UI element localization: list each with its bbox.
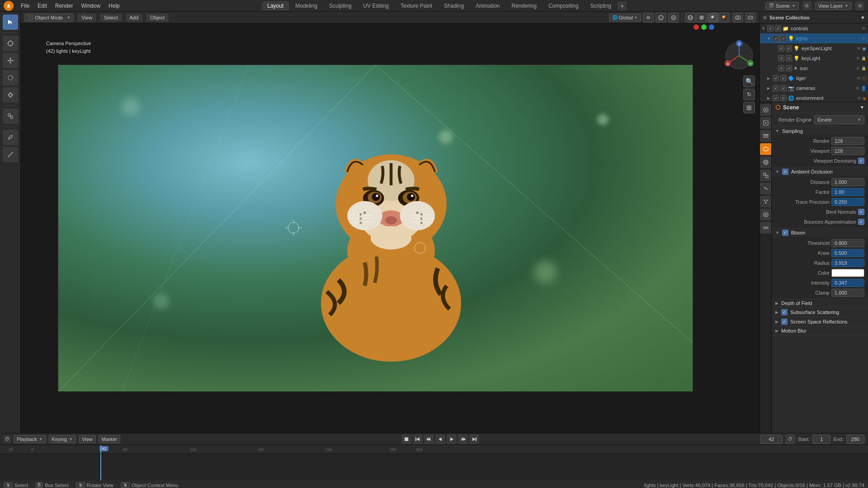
bloom-header[interactable]: ▼ ✓ Bloom xyxy=(772,228,868,237)
menu-edit[interactable]: Edit xyxy=(34,2,51,10)
marker-btn[interactable]: Marker xyxy=(99,435,120,443)
keylight-checkbox[interactable]: ✓ xyxy=(778,55,784,61)
timeline-view-btn[interactable]: View xyxy=(79,435,96,443)
transform-space-selector[interactable]: 🌐 Global ▼ xyxy=(609,14,641,22)
sun-checkbox-2[interactable]: ✓ xyxy=(786,65,792,71)
wireframe-shading-btn[interactable] xyxy=(685,13,696,23)
lights-checkbox-2[interactable]: ✓ xyxy=(780,35,787,42)
current-frame-input[interactable]: 42 xyxy=(760,435,783,444)
rotate-tool[interactable] xyxy=(3,70,18,85)
keying-btn[interactable]: Keying ▼ xyxy=(49,435,76,443)
playback-btn[interactable]: Playback ▼ xyxy=(14,435,46,443)
radius-value-field[interactable]: 3.919 xyxy=(831,259,864,267)
env-checkbox[interactable]: ✓ xyxy=(773,95,779,101)
threshold-value-field[interactable]: 0.800 xyxy=(831,239,864,247)
pivot-point-selector[interactable] xyxy=(643,13,654,23)
props-tab-render[interactable] xyxy=(760,104,772,116)
eyespec-checkbox[interactable]: ✓ xyxy=(778,45,784,52)
intensity-value-field[interactable]: 0.347 xyxy=(831,279,864,287)
knee-value-field[interactable]: 0.500 xyxy=(831,249,864,257)
factor-value-field[interactable]: 1.00 xyxy=(831,188,864,196)
cursor-tool[interactable] xyxy=(3,36,18,51)
clamp-value-field[interactable]: 1.000 xyxy=(831,289,864,297)
timeline-panel-icon[interactable]: ⏱ xyxy=(4,436,11,443)
start-frame-input[interactable]: 1 xyxy=(812,435,830,444)
bent-normals-checkbox[interactable]: ✓ xyxy=(858,209,864,215)
workspace-tab-sculpting[interactable]: Sculpting xyxy=(324,1,357,10)
tiger-eye-icon[interactable]: 👁 xyxy=(857,76,861,81)
mode-selector[interactable]: ⬛ Object Mode ▼ xyxy=(24,14,74,22)
proportional-editing-toggle[interactable] xyxy=(668,13,679,23)
play-forward-btn[interactable] xyxy=(447,434,457,444)
viewport-denoising-checkbox[interactable]: ✓ xyxy=(858,158,864,164)
outliner-item-lights[interactable]: ▼ ✓ ✓ 💡 lights 👁 xyxy=(760,33,868,43)
controls-checkbox[interactable]: ✓ xyxy=(767,25,774,32)
scale-tool[interactable] xyxy=(3,87,18,103)
add-workspace-button[interactable]: + xyxy=(618,1,627,10)
controls-eye-icon[interactable]: 👁 xyxy=(862,26,866,31)
props-tab-physics[interactable] xyxy=(760,209,772,221)
eyespec-eye-icon[interactable]: 👁 xyxy=(857,46,861,51)
viewport-view-menu[interactable]: View xyxy=(77,14,96,22)
sun-eye-icon[interactable]: 👁 xyxy=(856,66,860,71)
sss-enable-checkbox[interactable]: ✓ xyxy=(781,309,788,315)
menu-window[interactable]: Window xyxy=(77,2,104,10)
nav-gizmo[interactable]: Z Y X xyxy=(723,40,755,71)
workspace-tab-shading[interactable]: Shading xyxy=(439,1,469,10)
props-tab-particles[interactable] xyxy=(760,196,772,207)
jump-to-start-btn[interactable] xyxy=(413,434,423,444)
end-frame-input[interactable]: 280 xyxy=(846,435,864,444)
menu-help[interactable]: Help xyxy=(105,2,123,10)
env-eye-icon[interactable]: 👁 xyxy=(857,96,862,101)
rendered-shading-btn[interactable] xyxy=(719,13,730,23)
orbit-btn[interactable]: ↻ xyxy=(743,89,755,100)
keylight-eye-icon[interactable]: 👁 xyxy=(856,56,860,61)
view-layer-selector[interactable]: View Layer ▼ xyxy=(815,2,852,10)
outliner-item-sun[interactable]: ✓ ✓ ☀ sun 👁 🔒 xyxy=(760,63,868,73)
cameras-eye-icon[interactable]: 👁 xyxy=(855,86,860,91)
menu-render[interactable]: Render xyxy=(52,2,76,10)
snap-toggle[interactable] xyxy=(656,13,666,23)
props-tab-output[interactable] xyxy=(760,117,772,129)
outliner-filter-icon[interactable]: ▼ xyxy=(860,15,865,20)
props-tab-view-layer[interactable] xyxy=(760,130,772,142)
ssr-header[interactable]: ▶ ✓ Screen Space Reflections xyxy=(772,317,868,326)
outliner-item-controls[interactable]: ▼ ✓ ✓ 📁 controls 👁 xyxy=(760,23,868,33)
menu-file[interactable]: File xyxy=(17,2,33,10)
render-engine-select[interactable]: Eevee ▼ xyxy=(814,115,864,124)
props-tab-scene[interactable] xyxy=(760,143,772,155)
color-swatch[interactable] xyxy=(831,269,864,277)
lights-eye-icon[interactable]: 👁 xyxy=(862,36,866,41)
distance-value-field[interactable]: 1.000 xyxy=(831,178,864,186)
measure-tool[interactable] xyxy=(3,147,18,162)
outliner-item-tiger[interactable]: ▶ ✓ ✓ 🔷 tiger 👁 ⬡ xyxy=(760,73,868,83)
jump-to-end-btn[interactable] xyxy=(469,434,479,444)
xray-btn[interactable] xyxy=(745,13,756,23)
subsurface-header[interactable]: ▶ ✓ Subsurface Scattering xyxy=(772,308,868,317)
bounces-approx-checkbox[interactable]: ✓ xyxy=(858,219,864,225)
play-back-btn[interactable] xyxy=(435,434,445,444)
controls-checkbox-2[interactable]: ✓ xyxy=(775,25,781,32)
lights-checkbox[interactable]: ✓ xyxy=(773,35,779,42)
step-back-btn[interactable] xyxy=(424,434,434,444)
perspective-toggle-btn[interactable]: ⊞ xyxy=(743,102,755,113)
zoom-in-btn[interactable]: 🔍 xyxy=(743,75,755,87)
workspace-tab-texture-paint[interactable]: Texture Paint xyxy=(395,1,438,10)
material-preview-btn[interactable] xyxy=(708,13,718,23)
workspace-tab-rendering[interactable]: Rendering xyxy=(506,1,542,10)
bloom-enable-checkbox[interactable]: ✓ xyxy=(782,230,788,236)
tiger-checkbox[interactable]: ✓ xyxy=(773,75,779,81)
step-forward-btn[interactable] xyxy=(458,434,468,444)
tiger-checkbox-2[interactable]: ✓ xyxy=(780,75,787,81)
viewport-add-menu[interactable]: Add xyxy=(126,14,143,22)
props-tab-constraints[interactable] xyxy=(760,222,772,234)
motion-blur-header[interactable]: ▶ Motion Blur xyxy=(772,327,868,335)
workspace-tab-animation[interactable]: Animation xyxy=(470,1,505,10)
ssr-enable-checkbox[interactable]: ✓ xyxy=(781,319,788,325)
timeline-track[interactable]: -20 0 42 60 120 180 240 280 300 xyxy=(0,445,868,480)
viewport-value-field[interactable]: 128 xyxy=(831,147,864,155)
blender-logo[interactable] xyxy=(4,1,14,11)
props-tab-modifiers[interactable] xyxy=(760,183,772,194)
outliner-item-keylight[interactable]: ✓ ✓ 💡 keyLight 👁 🔒 xyxy=(760,53,868,63)
outliner-item-cameras[interactable]: ▶ ✓ ✓ 📷 cameras 👁 👤 xyxy=(760,83,868,93)
